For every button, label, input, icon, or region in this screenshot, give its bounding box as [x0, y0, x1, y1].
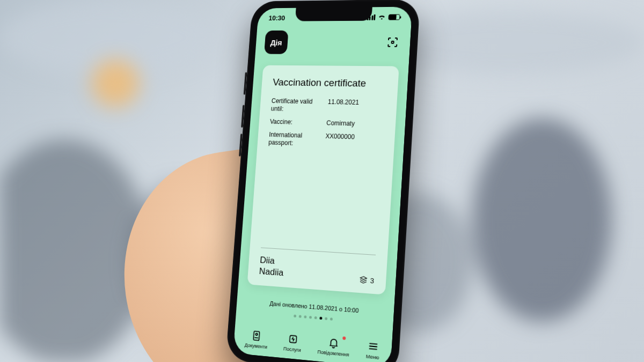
stack-count: 3: [370, 276, 374, 285]
svg-rect-0: [392, 41, 394, 43]
stack-icon: [358, 275, 368, 285]
field-label: International passport:: [268, 131, 318, 148]
nav-label: Повідомлення: [317, 349, 349, 357]
bell-icon: [328, 336, 340, 349]
holder-name: Diia Nadiia: [259, 254, 284, 278]
card-fields: Certificate valid until: 11.08.2021 Vacc…: [268, 97, 385, 150]
holder-last-name: Nadiia: [259, 265, 284, 278]
qr-scan-button[interactable]: [384, 34, 401, 50]
svg-rect-3: [289, 335, 296, 343]
page-indicator: [236, 309, 393, 326]
field-valid-until: Certificate valid until: 11.08.2021: [270, 97, 385, 115]
nav-label: Послуги: [283, 346, 301, 353]
status-time: 10:30: [268, 13, 285, 21]
battery-icon: [388, 14, 400, 20]
svg-point-2: [256, 333, 258, 335]
bottom-nav: Документи Послуги Повідомлення: [233, 328, 392, 361]
nav-services[interactable]: Послуги: [283, 332, 302, 353]
app-logo[interactable]: Дія: [264, 30, 288, 54]
nav-label: Меню: [366, 353, 379, 360]
field-passport: International passport: XX000000: [268, 131, 383, 150]
nav-notifications[interactable]: Повідомлення: [317, 335, 350, 357]
field-vaccine: Vaccine: Comirnaty: [270, 117, 384, 128]
card-divider: [261, 247, 376, 255]
menu-icon: [367, 339, 380, 353]
phone-notch: [295, 7, 372, 21]
certificate-card[interactable]: Vaccination certificate Certificate vali…: [247, 65, 399, 294]
services-icon: [287, 333, 299, 345]
card-stack-badge[interactable]: 3: [358, 275, 374, 285]
app-logo-text: Дія: [270, 38, 282, 46]
field-value: 11.08.2021: [327, 98, 359, 115]
phone-frame: 10:30 Дія: [225, 0, 420, 362]
card-title: Vaccination certificate: [273, 76, 387, 89]
nav-documents[interactable]: Документи: [245, 329, 269, 350]
phone-screen: 10:30 Дія: [233, 6, 412, 362]
nav-menu[interactable]: Меню: [366, 339, 380, 360]
field-value: XX000000: [325, 132, 355, 149]
notification-badge: [342, 336, 346, 340]
field-value: Comirnaty: [326, 119, 355, 128]
documents-icon: [251, 329, 262, 342]
field-label: Certificate valid until:: [270, 97, 320, 114]
qr-scan-icon: [386, 35, 399, 48]
field-label: Vaccine:: [270, 117, 319, 127]
holder-first-name: Diia: [260, 254, 285, 267]
wifi-icon: [378, 13, 386, 21]
nav-label: Документи: [245, 342, 268, 350]
